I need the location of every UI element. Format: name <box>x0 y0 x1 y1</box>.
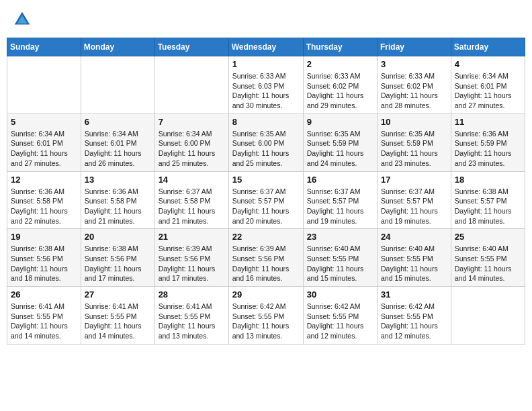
day-info: Sunrise: 6:35 AM Sunset: 5:59 PM Dayligh… <box>381 129 447 169</box>
day-cell-3: 3Sunrise: 6:33 AM Sunset: 6:02 PM Daylig… <box>378 56 451 114</box>
day-cell-23: 23Sunrise: 6:40 AM Sunset: 5:55 PM Dayli… <box>303 229 377 287</box>
empty-cell <box>7 56 81 114</box>
day-cell-5: 5Sunrise: 6:34 AM Sunset: 6:01 PM Daylig… <box>7 113 81 171</box>
day-info: Sunrise: 6:33 AM Sunset: 6:02 PM Dayligh… <box>307 71 373 111</box>
day-number: 4 <box>455 59 521 69</box>
weekday-friday: Friday <box>378 38 451 56</box>
page-header <box>7 7 525 32</box>
weekday-sunday: Sunday <box>7 38 81 56</box>
day-cell-30: 30Sunrise: 6:42 AM Sunset: 5:55 PM Dayli… <box>303 287 377 345</box>
day-number: 11 <box>455 117 521 127</box>
day-cell-28: 28Sunrise: 6:41 AM Sunset: 5:55 PM Dayli… <box>154 287 228 345</box>
day-info: Sunrise: 6:38 AM Sunset: 5:56 PM Dayligh… <box>11 244 77 283</box>
empty-cell <box>154 56 228 114</box>
week-row-3: 12Sunrise: 6:36 AM Sunset: 5:58 PM Dayli… <box>7 171 525 229</box>
day-cell-4: 4Sunrise: 6:34 AM Sunset: 6:01 PM Daylig… <box>451 56 525 114</box>
day-info: Sunrise: 6:42 AM Sunset: 5:55 PM Dayligh… <box>232 302 300 341</box>
day-info: Sunrise: 6:38 AM Sunset: 5:56 PM Dayligh… <box>85 244 151 283</box>
day-info: Sunrise: 6:41 AM Sunset: 5:55 PM Dayligh… <box>85 302 151 341</box>
day-cell-31: 31Sunrise: 6:42 AM Sunset: 5:55 PM Dayli… <box>378 287 451 345</box>
day-cell-24: 24Sunrise: 6:40 AM Sunset: 5:55 PM Dayli… <box>378 229 451 287</box>
day-info: Sunrise: 6:34 AM Sunset: 6:01 PM Dayligh… <box>85 129 151 169</box>
day-number: 25 <box>455 232 521 242</box>
empty-cell <box>81 56 154 114</box>
day-number: 10 <box>381 117 447 127</box>
day-cell-26: 26Sunrise: 6:41 AM Sunset: 5:55 PM Dayli… <box>7 287 81 345</box>
day-number: 8 <box>232 117 300 127</box>
day-number: 29 <box>232 289 300 300</box>
day-info: Sunrise: 6:37 AM Sunset: 5:57 PM Dayligh… <box>307 187 373 226</box>
day-number: 26 <box>11 289 77 300</box>
day-info: Sunrise: 6:35 AM Sunset: 6:00 PM Dayligh… <box>232 129 300 169</box>
day-number: 31 <box>381 289 447 300</box>
day-cell-18: 18Sunrise: 6:38 AM Sunset: 5:57 PM Dayli… <box>451 171 525 229</box>
day-number: 7 <box>159 117 225 127</box>
day-cell-15: 15Sunrise: 6:37 AM Sunset: 5:57 PM Dayli… <box>228 171 303 229</box>
day-number: 5 <box>11 117 77 127</box>
day-info: Sunrise: 6:41 AM Sunset: 5:55 PM Dayligh… <box>159 302 225 341</box>
day-number: 22 <box>232 232 300 242</box>
weekday-monday: Monday <box>81 38 154 56</box>
day-info: Sunrise: 6:38 AM Sunset: 5:57 PM Dayligh… <box>455 187 521 226</box>
week-row-4: 19Sunrise: 6:38 AM Sunset: 5:56 PM Dayli… <box>7 229 525 287</box>
logo <box>12 9 35 30</box>
day-cell-20: 20Sunrise: 6:38 AM Sunset: 5:56 PM Dayli… <box>81 229 154 287</box>
day-cell-16: 16Sunrise: 6:37 AM Sunset: 5:57 PM Dayli… <box>303 171 377 229</box>
day-cell-7: 7Sunrise: 6:34 AM Sunset: 6:00 PM Daylig… <box>154 113 228 171</box>
day-cell-12: 12Sunrise: 6:36 AM Sunset: 5:58 PM Dayli… <box>7 171 81 229</box>
day-cell-10: 10Sunrise: 6:35 AM Sunset: 5:59 PM Dayli… <box>378 113 451 171</box>
day-info: Sunrise: 6:39 AM Sunset: 5:56 PM Dayligh… <box>232 244 300 283</box>
day-number: 17 <box>381 175 447 185</box>
day-info: Sunrise: 6:37 AM Sunset: 5:57 PM Dayligh… <box>232 187 300 226</box>
day-number: 27 <box>85 289 151 300</box>
day-info: Sunrise: 6:40 AM Sunset: 5:55 PM Dayligh… <box>307 244 373 283</box>
day-number: 30 <box>307 289 373 300</box>
day-info: Sunrise: 6:35 AM Sunset: 5:59 PM Dayligh… <box>307 129 373 169</box>
day-cell-22: 22Sunrise: 6:39 AM Sunset: 5:56 PM Dayli… <box>228 229 303 287</box>
week-row-2: 5Sunrise: 6:34 AM Sunset: 6:01 PM Daylig… <box>7 113 525 171</box>
week-row-1: 1Sunrise: 6:33 AM Sunset: 6:03 PM Daylig… <box>7 56 525 114</box>
day-number: 13 <box>85 175 151 185</box>
weekday-thursday: Thursday <box>303 38 377 56</box>
day-number: 9 <box>307 117 373 127</box>
day-number: 24 <box>381 232 447 242</box>
day-info: Sunrise: 6:39 AM Sunset: 5:56 PM Dayligh… <box>159 244 225 283</box>
day-info: Sunrise: 6:41 AM Sunset: 5:55 PM Dayligh… <box>11 302 77 341</box>
day-cell-6: 6Sunrise: 6:34 AM Sunset: 6:01 PM Daylig… <box>81 113 154 171</box>
day-number: 16 <box>307 175 373 185</box>
day-cell-8: 8Sunrise: 6:35 AM Sunset: 6:00 PM Daylig… <box>228 113 303 171</box>
day-number: 19 <box>11 232 77 242</box>
day-cell-9: 9Sunrise: 6:35 AM Sunset: 5:59 PM Daylig… <box>303 113 377 171</box>
day-cell-1: 1Sunrise: 6:33 AM Sunset: 6:03 PM Daylig… <box>228 56 303 114</box>
day-cell-11: 11Sunrise: 6:36 AM Sunset: 5:59 PM Dayli… <box>451 113 525 171</box>
weekday-tuesday: Tuesday <box>154 38 228 56</box>
weekday-wednesday: Wednesday <box>228 38 303 56</box>
day-info: Sunrise: 6:36 AM Sunset: 5:59 PM Dayligh… <box>455 129 521 169</box>
day-number: 12 <box>11 175 77 185</box>
weekday-saturday: Saturday <box>451 38 525 56</box>
day-info: Sunrise: 6:36 AM Sunset: 5:58 PM Dayligh… <box>11 187 77 226</box>
day-number: 3 <box>381 59 447 69</box>
day-info: Sunrise: 6:33 AM Sunset: 6:03 PM Dayligh… <box>232 71 300 111</box>
day-cell-14: 14Sunrise: 6:37 AM Sunset: 5:58 PM Dayli… <box>154 171 228 229</box>
day-info: Sunrise: 6:34 AM Sunset: 6:01 PM Dayligh… <box>455 71 521 111</box>
day-info: Sunrise: 6:34 AM Sunset: 6:01 PM Dayligh… <box>11 129 77 169</box>
day-cell-17: 17Sunrise: 6:37 AM Sunset: 5:57 PM Dayli… <box>378 171 451 229</box>
week-row-5: 26Sunrise: 6:41 AM Sunset: 5:55 PM Dayli… <box>7 287 525 345</box>
day-cell-25: 25Sunrise: 6:40 AM Sunset: 5:55 PM Dayli… <box>451 229 525 287</box>
day-info: Sunrise: 6:37 AM Sunset: 5:57 PM Dayligh… <box>381 187 447 226</box>
day-cell-19: 19Sunrise: 6:38 AM Sunset: 5:56 PM Dayli… <box>7 229 81 287</box>
day-info: Sunrise: 6:42 AM Sunset: 5:55 PM Dayligh… <box>307 302 373 341</box>
day-info: Sunrise: 6:40 AM Sunset: 5:55 PM Dayligh… <box>381 244 447 283</box>
day-number: 23 <box>307 232 373 242</box>
day-number: 14 <box>159 175 225 185</box>
day-info: Sunrise: 6:36 AM Sunset: 5:58 PM Dayligh… <box>85 187 151 226</box>
day-info: Sunrise: 6:33 AM Sunset: 6:02 PM Dayligh… <box>381 71 447 111</box>
day-info: Sunrise: 6:37 AM Sunset: 5:58 PM Dayligh… <box>159 187 225 226</box>
day-number: 15 <box>232 175 300 185</box>
logo-icon <box>12 9 32 30</box>
day-cell-13: 13Sunrise: 6:36 AM Sunset: 5:58 PM Dayli… <box>81 171 154 229</box>
day-number: 6 <box>85 117 151 127</box>
day-info: Sunrise: 6:42 AM Sunset: 5:55 PM Dayligh… <box>381 302 447 341</box>
day-cell-2: 2Sunrise: 6:33 AM Sunset: 6:02 PM Daylig… <box>303 56 377 114</box>
